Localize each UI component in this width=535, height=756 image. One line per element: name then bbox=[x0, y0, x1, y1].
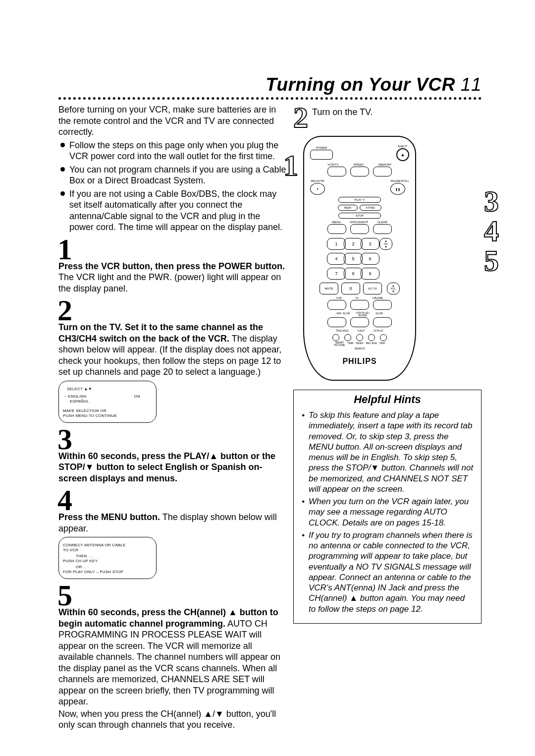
alt-ch-button[interactable]: ALT CH bbox=[363, 283, 382, 294]
num-0-button[interactable]: 0 bbox=[341, 283, 360, 294]
osd-line: PUSH CH UP KEY bbox=[63, 559, 152, 563]
rec-otr-button[interactable]: ● bbox=[310, 183, 325, 195]
x2play-label: X2 PLAY bbox=[374, 329, 383, 332]
cbldbs-label: CBL/DBS bbox=[373, 296, 383, 299]
volume-rocker[interactable]: ▲ VOL. ▼ bbox=[387, 283, 400, 294]
num-1-button[interactable]: 1 bbox=[327, 238, 346, 250]
remote-wrap: 1 3 4 5 POWER EJECT bbox=[293, 136, 482, 381]
skip-button[interactable] bbox=[380, 334, 387, 341]
brand-logo: PHILIPS bbox=[310, 357, 409, 366]
osd-line: FOR PLAY ONLY – PUSH STOP bbox=[63, 570, 152, 574]
channel-rocker[interactable]: ▲ CH. ▼ bbox=[379, 238, 392, 250]
varslow-down-button[interactable] bbox=[327, 317, 346, 327]
helpful-hints-box: Helpful Hints To skip this feature and p… bbox=[293, 390, 482, 624]
vol-down-icon: ▼ bbox=[387, 290, 399, 293]
step-number-3: 3 bbox=[57, 426, 286, 453]
hint-item: When you turn on the VCR again later, yo… bbox=[303, 496, 474, 528]
osd-line: → ENGLISH bbox=[63, 394, 86, 399]
num-3-button[interactable]: 3 bbox=[361, 238, 379, 250]
num-8-button[interactable]: 8 bbox=[344, 268, 363, 280]
hint-item: If you try to program channels when ther… bbox=[303, 530, 474, 614]
hint-item: To skip this feature and play a tape imm… bbox=[303, 410, 474, 494]
speed-button[interactable] bbox=[350, 167, 369, 176]
vcrtv-button[interactable] bbox=[327, 167, 346, 176]
up-arrow-icon: ▲ bbox=[363, 198, 365, 201]
step-number-1: 1 bbox=[57, 236, 286, 263]
right-step-2-text: Turn on the TV. bbox=[312, 107, 373, 117]
play-button[interactable]: PLAY ▲ bbox=[338, 197, 381, 203]
recend-button[interactable] bbox=[368, 334, 375, 341]
picture-label: PICTURE bbox=[334, 344, 345, 347]
osd-line: OR . . . bbox=[76, 565, 152, 569]
step-number-2: 2 bbox=[57, 297, 286, 324]
enter-label: ENTER bbox=[356, 314, 370, 317]
vcr-button[interactable] bbox=[327, 300, 346, 310]
time-label: TIME bbox=[347, 342, 353, 347]
osd-line: TO VCR bbox=[63, 548, 152, 552]
step-1-rest: The VCR light and the PWR. (power) light… bbox=[58, 272, 281, 293]
vcrplus-button[interactable] bbox=[350, 317, 369, 327]
intro-text: Before turning on your VCR, make sure ba… bbox=[58, 104, 286, 138]
rew-label: REW bbox=[344, 206, 351, 209]
osd-line: ON bbox=[134, 394, 140, 399]
page-title: Turning on Your VCR 11 bbox=[58, 74, 482, 95]
index-label: INDEX bbox=[356, 342, 363, 347]
menu-label: MENU bbox=[332, 221, 341, 224]
osd-line: THEN . . . bbox=[76, 554, 152, 558]
tv-button[interactable] bbox=[350, 300, 369, 310]
stop-button[interactable]: STOP bbox=[338, 213, 381, 219]
step-number-4: 4 bbox=[57, 487, 286, 514]
num-4-button[interactable]: 4 bbox=[327, 253, 346, 265]
smart-picture-button[interactable] bbox=[332, 334, 339, 341]
step-5: Within 60 seconds, press the CH(annel) ▲… bbox=[58, 607, 286, 731]
pause-still-button[interactable]: ❚❚ bbox=[390, 183, 405, 195]
right-column: 2 Turn on the TV. 1 3 4 5 POWER EJECT bbox=[293, 104, 482, 731]
eject-button[interactable] bbox=[396, 148, 409, 161]
step-1-bold: Press the VCR button, then press the POW… bbox=[58, 261, 285, 271]
ffwd-label: F.FWD bbox=[366, 206, 375, 209]
callout-4: 4 bbox=[484, 216, 499, 246]
menu-button[interactable] bbox=[327, 224, 346, 234]
fadv-label: F.ADV bbox=[358, 329, 365, 332]
osd-antenna: CONNECT ANTENNA OR CABLE TO VCR THEN . .… bbox=[58, 537, 157, 579]
mute-button[interactable]: MUTE bbox=[320, 283, 338, 294]
power-label: POWER bbox=[310, 146, 333, 149]
memory-button[interactable] bbox=[373, 167, 392, 176]
time-button[interactable] bbox=[344, 334, 351, 341]
step-3: Within 60 seconds, press the PLAY/▲ butt… bbox=[58, 451, 286, 484]
search-label: SEARCH bbox=[310, 347, 409, 350]
num-9-button[interactable]: 9 bbox=[361, 268, 379, 280]
rew-button[interactable]: REW bbox=[338, 205, 358, 211]
page-number: 11 bbox=[461, 74, 482, 95]
step-number-5: 5 bbox=[57, 582, 286, 609]
pause-still-label: PAUSE/STILL bbox=[390, 179, 409, 182]
left-column: Before turning on your VCR, make sure ba… bbox=[58, 104, 286, 731]
step-5-rest: AUTO CH PROGRAMMING IN PROCESS PLEASE WA… bbox=[58, 619, 280, 707]
overview-bullet: You can not program channels if you are … bbox=[58, 164, 286, 186]
slow-up-button[interactable] bbox=[373, 317, 392, 327]
num-6-button[interactable]: 6 bbox=[361, 253, 379, 265]
osd-line: ESPAÑOL bbox=[70, 399, 152, 404]
num-7-button[interactable]: 7 bbox=[327, 268, 346, 280]
num-5-button[interactable]: 5 bbox=[344, 253, 363, 265]
status-exit-button[interactable] bbox=[350, 224, 369, 234]
step-3-bold: Within 60 seconds, press the PLAY/▲ butt… bbox=[58, 451, 275, 483]
vcr-label: VCR bbox=[336, 296, 342, 299]
num-2-button[interactable]: 2 bbox=[344, 238, 363, 250]
ffwd-button[interactable]: F.FWD bbox=[360, 205, 381, 211]
cbldbs-button[interactable] bbox=[373, 300, 392, 310]
clear-button[interactable] bbox=[373, 224, 392, 234]
osd-language: SELECT ▲▼ → ENGLISH ON ESPAÑOL MAKE SELE… bbox=[58, 381, 157, 423]
step-4-bold: Press the MENU button. bbox=[58, 512, 160, 522]
callout-1: 1 bbox=[283, 151, 298, 180]
osd-line: SELECT ▲▼ bbox=[67, 387, 152, 391]
overview-bullets: Follow the steps on this page only when … bbox=[58, 140, 286, 233]
overview-bullet: If you are not using a Cable Box/DBS, th… bbox=[58, 188, 286, 233]
speed-label: SPEED bbox=[354, 163, 364, 166]
step-4: Press the MENU button. The display shown… bbox=[58, 512, 286, 534]
divider-dotted bbox=[58, 97, 482, 100]
index-button[interactable] bbox=[356, 334, 363, 341]
power-button[interactable] bbox=[310, 150, 333, 160]
tv-label: TV bbox=[355, 296, 358, 299]
step-2: Turn on the TV. Set it to the same chann… bbox=[58, 322, 286, 378]
